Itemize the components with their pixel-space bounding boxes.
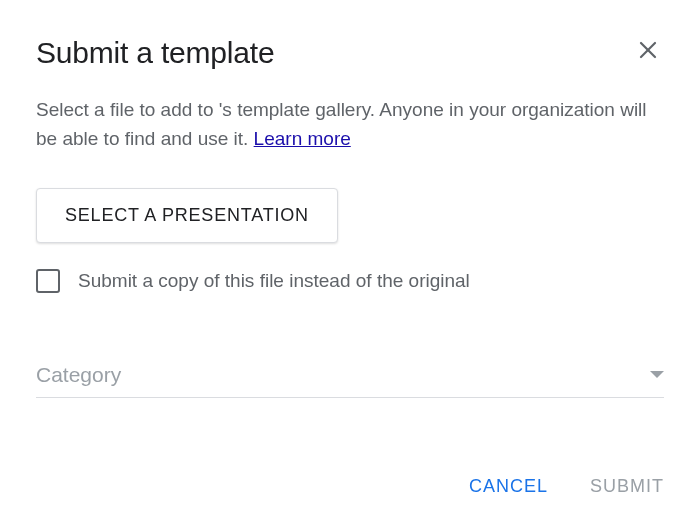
- dialog-footer: CANCEL SUBMIT: [36, 476, 664, 497]
- learn-more-link[interactable]: Learn more: [254, 128, 351, 149]
- category-placeholder: Category: [36, 363, 121, 387]
- copy-checkbox[interactable]: [36, 269, 60, 293]
- cancel-button[interactable]: CANCEL: [469, 476, 548, 497]
- category-dropdown[interactable]: Category: [36, 363, 664, 398]
- submit-button[interactable]: SUBMIT: [590, 476, 664, 497]
- dialog-description: Select a file to add to 's template gall…: [36, 95, 664, 154]
- dialog-header: Submit a template: [36, 36, 664, 71]
- chevron-down-icon: [650, 371, 664, 378]
- select-presentation-button[interactable]: SELECT A PRESENTATION: [36, 188, 338, 243]
- copy-checkbox-row: Submit a copy of this file instead of th…: [36, 269, 664, 293]
- close-icon: [636, 38, 660, 62]
- close-button[interactable]: [632, 34, 664, 71]
- dialog-title: Submit a template: [36, 36, 274, 70]
- copy-checkbox-label: Submit a copy of this file instead of th…: [78, 270, 470, 292]
